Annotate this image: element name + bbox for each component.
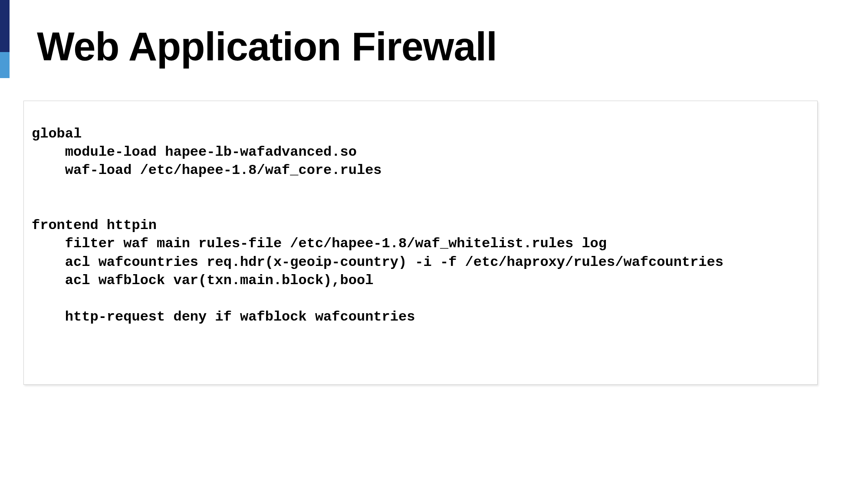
accent-bar-light	[0, 52, 10, 78]
page-title: Web Application Firewall	[37, 24, 497, 69]
accent-bar-dark	[0, 0, 10, 52]
code-block-container: global module-load hapee-lb-wafadvanced.…	[23, 101, 818, 385]
code-content: global module-load hapee-lb-wafadvanced.…	[32, 125, 809, 327]
